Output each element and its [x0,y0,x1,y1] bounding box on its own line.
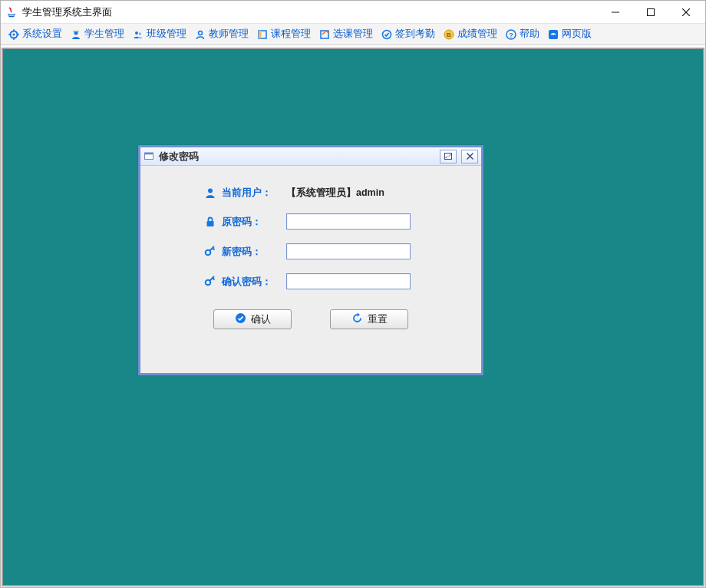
svg-point-13 [139,32,141,35]
change-password-window: 修改密码 当前用户： 【系统管理员】admin [138,145,483,375]
ok-button-label: 确认 [251,312,271,326]
svg-point-24 [553,34,554,35]
toolbar-item-label: 成绩管理 [457,28,497,41]
check-circle-icon [235,312,246,326]
gear-icon [8,28,20,41]
svg-point-5 [13,33,15,35]
app-window: 学生管理系统主界面 系统设置 学生管理 班级管理 [0,0,706,588]
subwindow-close-button[interactable] [461,150,478,164]
subwindow-title: 修改密码 [159,150,435,164]
current-user-value: 【系统管理员】admin [286,187,384,200]
teacher-icon [194,28,206,41]
student-icon [70,28,82,41]
web-icon [547,28,559,41]
new-password-row: 新密码： [203,243,466,259]
svg-point-12 [135,31,138,35]
toolbar-item-label: 教师管理 [209,28,249,41]
old-password-input[interactable] [286,213,411,230]
ok-button[interactable]: 确认 [213,309,292,329]
old-password-row: 原密码： [203,213,466,230]
svg-rect-11 [73,31,79,32]
svg-text:?: ? [509,31,513,38]
current-user-label: 当前用户： [222,186,286,200]
close-button[interactable] [668,2,704,23]
toolbar-item-help[interactable]: ? 帮助 [503,26,542,42]
grade-icon: B [443,28,455,41]
button-row: 确认 重置 [156,309,466,329]
java-icon [5,6,18,18]
confirm-password-row: 确认密码： [203,273,466,289]
mdi-area: 修改密码 当前用户： 【系统管理员】admin [2,48,704,586]
toolbar-item-label: 网页版 [562,28,592,41]
toolbar-item-attendance[interactable]: 签到考勤 [378,26,437,42]
svg-rect-1 [648,8,655,15]
svg-line-29 [449,154,451,157]
svg-rect-26 [145,153,153,154]
old-password-label: 原密码： [222,215,286,229]
toolbar-item-web-version[interactable]: 网页版 [545,26,594,42]
key-icon [203,245,217,259]
new-password-input[interactable] [286,243,411,259]
svg-rect-33 [207,221,214,226]
os-titlebar: 学生管理系统主界面 [1,1,705,24]
toolbar-item-student-management[interactable]: 学生管理 [68,26,127,42]
key-icon [203,275,217,289]
toolbar-item-label: 班级管理 [147,28,186,41]
new-password-label: 新密码： [222,245,286,259]
current-user-row: 当前用户： 【系统管理员】admin [203,186,466,200]
toolbar-item-teacher-management[interactable]: 教师管理 [192,26,251,42]
toolbar-item-system-settings[interactable]: 系统设置 [5,26,64,42]
confirm-password-input[interactable] [286,273,411,289]
class-icon [132,28,144,41]
toolbar-item-label: 帮助 [520,28,539,41]
window-title: 学生管理系统主界面 [22,5,598,19]
svg-line-28 [446,157,448,159]
attendance-icon [381,28,393,41]
toolbar-item-label: 系统设置 [22,28,62,41]
refresh-icon [351,312,363,326]
svg-line-36 [213,248,215,250]
toolbar-item-label: 签到考勤 [395,28,435,41]
course-icon [256,28,269,41]
svg-line-39 [213,278,215,280]
selection-icon [318,28,331,41]
lock-icon [203,215,217,229]
minimize-button[interactable] [598,2,633,23]
svg-point-37 [206,279,211,285]
user-icon [203,186,217,200]
maximize-button[interactable] [633,2,668,23]
toolbar-item-label: 课程管理 [271,28,311,41]
window-icon [144,150,156,163]
confirm-password-label: 确认密码： [222,275,286,289]
toolbar-item-course-management[interactable]: 课程管理 [254,26,313,42]
toolbar-item-grade-management[interactable]: B 成绩管理 [440,26,500,42]
toolbar-item-selection-management[interactable]: 选课管理 [316,26,375,42]
svg-point-14 [199,31,203,35]
help-icon: ? [505,28,517,41]
reset-button[interactable]: 重置 [330,309,408,329]
svg-text:B: B [447,31,451,38]
main-toolbar: 系统设置 学生管理 班级管理 教师管理 课程管理 [1,24,705,45]
subwindow-content: 当前用户： 【系统管理员】admin 原密码： 新密码： [140,166,481,342]
reset-button-label: 重置 [368,312,388,326]
toolbar-item-label: 学生管理 [84,28,124,41]
svg-point-32 [208,189,213,193]
toolbar-item-label: 选课管理 [333,28,373,41]
subwindow-maximize-button[interactable] [440,150,457,164]
subwindow-titlebar: 修改密码 [140,147,481,166]
svg-point-34 [206,249,211,255]
svg-rect-16 [259,31,262,38]
toolbar-item-class-management[interactable]: 班级管理 [130,26,189,42]
